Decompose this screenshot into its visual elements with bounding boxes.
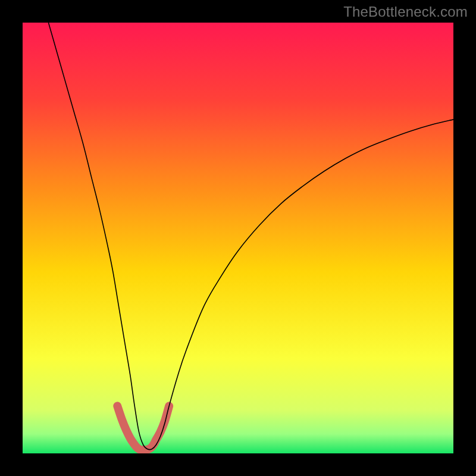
watermark-text: TheBottleneck.com xyxy=(343,4,468,20)
chart-frame: TheBottleneck.com xyxy=(0,0,476,476)
gradient-background xyxy=(23,23,453,453)
bottleneck-chart xyxy=(0,0,476,476)
